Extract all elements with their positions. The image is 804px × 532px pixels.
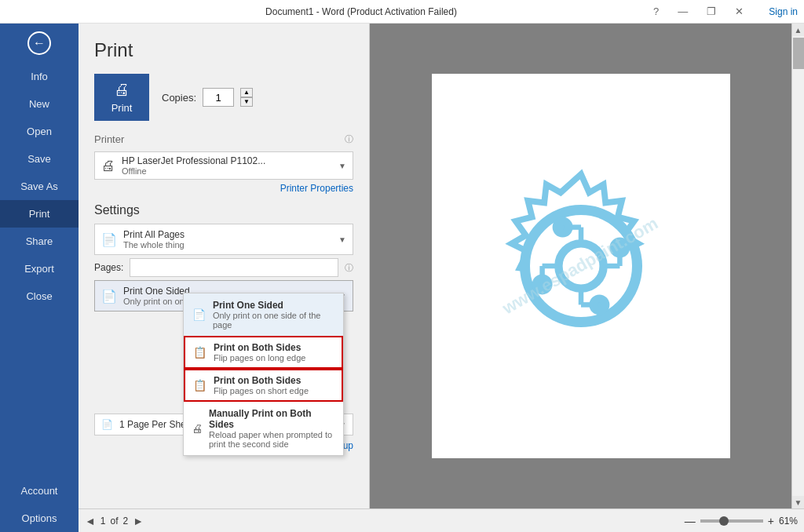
- menu-both-long-text: Print on Both Sides Flip pages on long e…: [214, 342, 305, 363]
- menu-both-short-text: Print on Both Sides Flip pages on short …: [214, 375, 309, 395]
- menu-both-short-sub: Flip pages on short edge: [214, 386, 309, 395]
- printer-info: HP LaserJet Professional P1102... Offlin…: [122, 155, 332, 176]
- printer-section-label: Printer: [94, 133, 124, 145]
- menu-item-both-short[interactable]: 📋 Print on Both Sides Flip pages on shor…: [184, 369, 343, 402]
- sided-icon: 📄: [101, 289, 117, 304]
- printer-name: HP LaserJet Professional P1102...: [122, 155, 332, 166]
- print-panel: Print 🖨 Print Copies: ▲ ▼: [79, 24, 804, 508]
- sided-dropdown-menu: 📄 Print One Sided Only print on one side…: [183, 293, 344, 456]
- copies-spin-down[interactable]: ▼: [240, 97, 253, 107]
- menu-one-sided-sub: Only print on one side of the page: [213, 311, 335, 330]
- sidebar-item-export[interactable]: Export: [0, 255, 79, 282]
- print-all-pages-content: Print All Pages The whole thing: [123, 229, 332, 250]
- sidebar: ← Info New Open Save Save As Print Share…: [0, 24, 79, 532]
- svg-point-1: [558, 243, 603, 288]
- title-bar: Document1 - Word (Product Activation Fai…: [0, 0, 804, 24]
- scroll-down-button[interactable]: ▼: [792, 496, 805, 508]
- sidebar-item-open[interactable]: Open: [0, 118, 79, 145]
- sidebar-item-close[interactable]: Close: [0, 282, 79, 310]
- restore-button[interactable]: ❐: [707, 5, 716, 17]
- preview-page: www.espadpaint.com: [432, 74, 730, 458]
- print-all-pages-sub: The whole thing: [123, 240, 332, 250]
- menu-manually-icon: 🖨: [192, 422, 203, 435]
- printer-small-icon: 🖨: [101, 158, 115, 174]
- sidebar-item-account[interactable]: Account: [0, 477, 79, 505]
- help-button[interactable]: ?: [653, 5, 659, 17]
- printer-info-icon: ⓘ: [345, 133, 353, 145]
- print-all-pages-arrow-icon: ▼: [338, 235, 346, 244]
- sidebar-item-info[interactable]: Info: [0, 63, 79, 90]
- print-button[interactable]: 🖨 Print: [94, 74, 149, 121]
- back-button[interactable]: ←: [0, 24, 79, 63]
- printer-section-header: Printer ⓘ: [94, 133, 353, 145]
- bottom-bar: ◄ 1 of 2 ► — + 61%: [79, 508, 804, 532]
- svg-point-4: [558, 223, 566, 231]
- menu-both-short-main: Print on Both Sides: [214, 375, 309, 386]
- sidebar-label-save: Save: [27, 153, 51, 165]
- back-circle-icon[interactable]: ←: [27, 31, 51, 55]
- zoom-slider[interactable]: [700, 519, 763, 523]
- pages-label: Pages:: [94, 262, 123, 273]
- back-arrow-icon: ←: [33, 36, 46, 50]
- sidebar-item-save[interactable]: Save: [0, 145, 79, 173]
- printer-status: Offline: [122, 166, 332, 176]
- sign-in-button[interactable]: Sign in: [769, 6, 798, 17]
- main-content: Print 🖨 Print Copies: ▲ ▼: [79, 24, 804, 532]
- sidebar-label-info: Info: [31, 71, 48, 82]
- copies-input[interactable]: [203, 88, 234, 107]
- scroll-thumb[interactable]: [793, 38, 804, 69]
- total-pages: 2: [123, 516, 129, 527]
- sidebar-label-close: Close: [26, 290, 52, 302]
- copies-label: Copies:: [162, 92, 196, 104]
- sidebar-item-new[interactable]: New: [0, 90, 79, 118]
- copies-spin-up[interactable]: ▲: [240, 88, 253, 97]
- scroll-up-button[interactable]: ▲: [792, 24, 805, 36]
- zoom-plus-button[interactable]: +: [768, 515, 774, 527]
- title-bar-text: Document1 - Word (Product Activation Fai…: [69, 6, 653, 17]
- sidebar-item-print[interactable]: Print: [0, 200, 79, 228]
- sidebar-label-share: Share: [26, 235, 53, 247]
- sidebar-label-export: Export: [24, 263, 54, 275]
- sidebar-label-account: Account: [21, 485, 58, 497]
- minimize-button[interactable]: —: [678, 5, 688, 17]
- next-page-button[interactable]: ►: [133, 515, 144, 527]
- menu-one-sided-icon: 📄: [192, 308, 206, 321]
- menu-item-one-sided[interactable]: 📄 Print One Sided Only print on one side…: [184, 293, 343, 336]
- print-title: Print: [94, 39, 353, 61]
- close-button[interactable]: ✕: [735, 5, 744, 17]
- svg-point-10: [538, 280, 546, 288]
- menu-manually-text: Manually Print on Both Sides Reload pape…: [209, 408, 335, 449]
- current-page: 1: [100, 516, 106, 527]
- printer-properties-link[interactable]: Printer Properties: [94, 183, 353, 194]
- zoom-minus-button[interactable]: —: [685, 515, 696, 527]
- printer-selector[interactable]: 🖨 HP LaserJet Professional P1102... Offl…: [94, 151, 353, 180]
- print-button-label: Print: [111, 102, 133, 114]
- zoom-thumb[interactable]: [719, 516, 729, 526]
- print-all-pages-main: Print All Pages: [123, 229, 332, 240]
- settings-panel: Print 🖨 Print Copies: ▲ ▼: [79, 24, 369, 508]
- sidebar-item-saveas[interactable]: Save As: [0, 173, 79, 200]
- preview-panel: www.espadpaint.com: [370, 24, 791, 508]
- pages-row: Pages: ⓘ: [94, 258, 353, 277]
- menu-one-sided-text: Print One Sided Only print on one side o…: [213, 300, 335, 330]
- pages-input[interactable]: [130, 258, 338, 277]
- page-separator: of: [111, 516, 119, 527]
- app-body: ← Info New Open Save Save As Print Share…: [0, 24, 804, 532]
- prev-page-button[interactable]: ◄: [85, 515, 96, 527]
- print-all-pages-dropdown[interactable]: 📄 Print All Pages The whole thing ▼: [94, 224, 353, 255]
- page-icon: 📄: [101, 232, 117, 247]
- menu-both-long-main: Print on Both Sides: [214, 342, 305, 353]
- sidebar-label-new: New: [29, 98, 49, 110]
- menu-item-manually[interactable]: 🖨 Manually Print on Both Sides Reload pa…: [184, 402, 343, 455]
- pages-info-icon: ⓘ: [345, 262, 353, 274]
- sidebar-label-open: Open: [27, 126, 52, 137]
- menu-manually-main: Manually Print on Both Sides: [209, 408, 335, 430]
- settings-section-label: Settings: [94, 203, 353, 217]
- zoom-level: 61%: [779, 516, 798, 527]
- sidebar-item-share[interactable]: Share: [0, 228, 79, 255]
- printer-dropdown-arrow-icon: ▼: [338, 162, 346, 170]
- menu-one-sided-main: Print One Sided: [213, 300, 335, 311]
- sidebar-item-options[interactable]: Options: [0, 505, 79, 532]
- menu-item-both-long[interactable]: 📋 Print on Both Sides Flip pages on long…: [184, 336, 343, 369]
- sidebar-label-saveas: Save As: [20, 180, 58, 192]
